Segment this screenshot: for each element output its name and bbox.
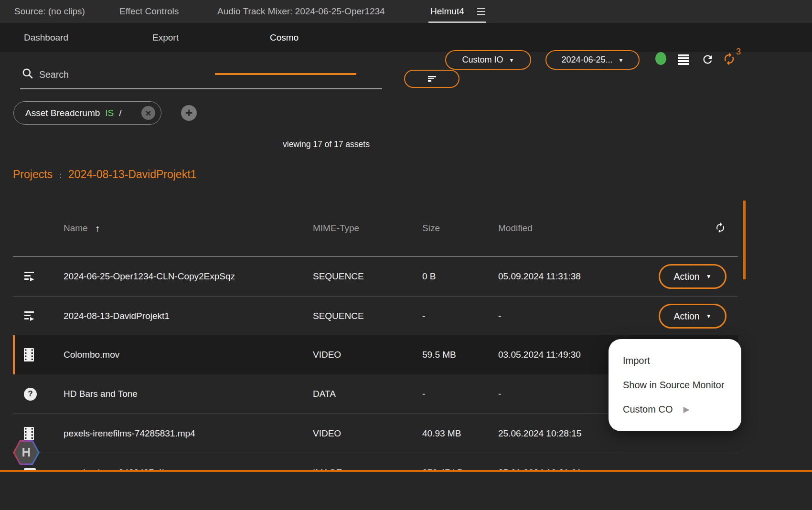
asset-mime: VIDEO	[313, 335, 341, 374]
filter-button[interactable]	[404, 70, 459, 88]
submenu-arrow-icon: ▶	[683, 404, 689, 414]
tab-dashboard[interactable]: Dashboard	[24, 23, 68, 52]
filter-icon	[428, 75, 436, 83]
column-header-name[interactable]: Name	[64, 221, 88, 236]
project-label: 2024-06-25...	[562, 55, 613, 65]
asset-size: 59.5 MB	[422, 335, 456, 374]
asset-mime: SEQUENCE	[313, 297, 364, 336]
connection-status-dot	[655, 52, 666, 65]
table-refresh-icon[interactable]	[715, 222, 726, 234]
asset-modified: -	[498, 297, 501, 336]
asset-modified: 25.01.2024 10:21:01	[498, 453, 581, 471]
asset-mime: IMAGE	[313, 453, 342, 471]
custom-io-dropdown[interactable]: Custom IO ▼	[445, 50, 531, 70]
project-dropdown[interactable]: 2024-06-25... ▼	[545, 50, 640, 70]
asset-mime: SEQUENCE	[313, 257, 364, 296]
context-menu-item-label: Show in Source Monitor	[623, 380, 724, 391]
action-button[interactable]: Action ▼	[659, 304, 727, 329]
tab-export[interactable]: Export	[152, 23, 179, 52]
asset-name[interactable]: 2024-06-25-Oper1234-CLN-Copy2ExpSqz	[64, 257, 235, 296]
asset-type-icon: ?	[24, 297, 36, 336]
asset-name[interactable]: pexels-irenefilms-74285831.mp4	[64, 414, 195, 453]
breadcrumb-separator: :	[59, 171, 62, 181]
panel-tab-strip: Source: (no clips) Effect Controls Audio…	[0, 0, 812, 23]
close-icon[interactable]: ×	[141, 106, 155, 120]
search-input[interactable]	[38, 67, 374, 82]
asset-modified: 25.06.2024 10:28:15	[498, 414, 581, 453]
panel-menu-icon[interactable]	[477, 8, 485, 17]
chevron-down-icon: ▼	[706, 313, 712, 319]
refresh-icon[interactable]	[701, 53, 714, 66]
asset-modified: 05.09.2024 11:31:38	[498, 257, 581, 296]
film-icon	[24, 427, 34, 440]
sync-count-badge: 3	[736, 47, 741, 57]
asset-name[interactable]: pexels-photo-2422497-4k	[64, 453, 167, 471]
asset-modified: 03.05.2024 11:49:30	[498, 335, 581, 374]
asset-name[interactable]: Colombo.mov	[64, 335, 119, 374]
asset-table-header: Name ↑ MIME-Type Size Modified	[13, 221, 738, 236]
asset-type-icon: ?	[24, 374, 37, 414]
chip-field: Asset Breadcrumb	[25, 108, 100, 118]
column-header-modified[interactable]: Modified	[498, 221, 533, 236]
asset-size: 250.47 kB	[422, 453, 463, 471]
panel-tab-effect-controls[interactable]: Effect Controls	[119, 0, 179, 23]
panel-tab-audio-track-mixer[interactable]: Audio Track Mixer: 2024-06-25-Oper1234	[217, 0, 385, 23]
context-menu-item[interactable]: Show in Source Monitor ▶	[609, 380, 741, 391]
asset-modified: -	[498, 374, 501, 414]
action-button-label: Action	[673, 271, 699, 282]
breadcrumb-current[interactable]: 2024-08-13-DavidProjekt1	[68, 168, 197, 181]
breadcrumb-root[interactable]: Projects	[13, 168, 53, 181]
panel-tab-helmut4[interactable]: Helmut4	[430, 0, 464, 23]
viewing-status: viewing 17 of 17 assets	[283, 139, 370, 149]
asset-name[interactable]: HD Bars and Tone	[64, 374, 138, 414]
menu-icon[interactable]	[678, 54, 689, 66]
panel-focus-border	[0, 470, 812, 472]
table-row[interactable]: ? 2024-06-25-Oper1234-CLN-Copy2ExpSqz SE…	[13, 257, 738, 296]
context-menu-item[interactable]: Import ▶	[609, 355, 741, 366]
search-icon	[21, 67, 34, 80]
add-filter-button[interactable]: +	[181, 105, 197, 121]
context-menu-item-label: Custom CO	[623, 404, 673, 415]
scrollbar-thumb[interactable]	[743, 201, 746, 279]
tab-cosmo[interactable]: Cosmo	[270, 23, 299, 52]
asset-mime: VIDEO	[313, 414, 341, 453]
action-button-label: Action	[673, 311, 699, 322]
action-button[interactable]: Action ▼	[659, 264, 727, 289]
sequence-icon	[24, 310, 36, 322]
sequence-icon	[24, 271, 36, 282]
chevron-down-icon: ▼	[619, 57, 624, 63]
column-header-mime[interactable]: MIME-Type	[313, 221, 359, 236]
plus-icon: +	[185, 106, 192, 120]
helmut4-panel: Source: (no clips) Effect Controls Audio…	[0, 0, 812, 510]
asset-size: -	[422, 374, 425, 414]
filter-chip-asset-breadcrumb[interactable]: Asset Breadcrumb IS / ×	[13, 101, 161, 125]
context-menu-item-label: Import	[623, 355, 650, 366]
context-menu-item[interactable]: Custom CO ▶	[609, 404, 741, 415]
chip-value: /	[119, 108, 121, 118]
asset-mime: DATA	[313, 374, 336, 414]
sync-icon[interactable]	[722, 52, 736, 66]
asset-size: 40.93 MB	[422, 414, 461, 453]
search-underline	[20, 88, 382, 89]
table-row[interactable]: ? 2024-08-13-DavidProjekt1 SEQUENCE - - …	[13, 296, 738, 335]
chevron-down-icon: ▼	[706, 273, 712, 280]
helmut-nav-bar: Dashboard Export Cosmo Custom IO ▼ 2024-…	[0, 23, 812, 52]
asset-size: -	[422, 297, 425, 336]
question-icon: ?	[24, 388, 37, 401]
table-row[interactable]: ? pexels-photo-2422497-4k IMAGE 250.47 k…	[13, 453, 738, 471]
breadcrumb: Projects : 2024-08-13-DavidProjekt1	[13, 168, 196, 181]
asset-type-icon: ?	[24, 335, 34, 374]
arrow-up-icon[interactable]: ↑	[95, 221, 100, 236]
film-icon	[24, 348, 34, 361]
asset-size: 0 B	[422, 257, 436, 296]
custom-io-label: Custom IO	[462, 55, 503, 65]
panel-tab-source[interactable]: Source: (no clips)	[14, 0, 85, 23]
helmut-logo-letter: H	[15, 442, 38, 464]
action-context-menu: Import ▶ Show in Source Monitor ▶ Custom…	[609, 339, 741, 431]
chevron-down-icon: ▼	[509, 57, 514, 63]
column-header-size[interactable]: Size	[422, 221, 440, 236]
chip-operator: IS	[105, 108, 114, 118]
asset-name[interactable]: 2024-08-13-DavidProjekt1	[64, 297, 170, 336]
asset-type-icon: ?	[24, 257, 36, 296]
